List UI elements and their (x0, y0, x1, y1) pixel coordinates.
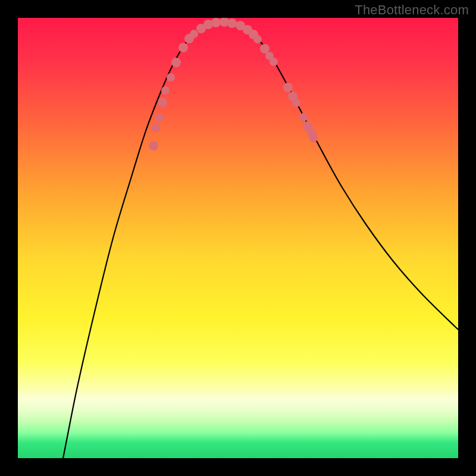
attribution-text: TheBottleneck.com (355, 2, 469, 18)
data-point (152, 124, 160, 132)
plot-area (18, 18, 458, 458)
data-point (292, 99, 300, 107)
data-point (190, 30, 198, 38)
data-point (309, 134, 318, 142)
chart-frame: TheBottleneck.com (0, 0, 476, 476)
data-point (167, 73, 175, 82)
bottleneck-curve (61, 21, 458, 458)
data-point (155, 114, 164, 122)
data-point (299, 113, 308, 121)
curve-layer (18, 18, 458, 458)
data-point (171, 58, 181, 67)
data-point (178, 43, 188, 52)
data-point (253, 35, 262, 43)
data-point (161, 86, 170, 95)
data-point (211, 18, 221, 27)
data-point (283, 83, 293, 92)
data-point (227, 18, 237, 28)
data-point (149, 141, 158, 151)
data-point (158, 98, 167, 107)
scatter-dots (149, 18, 318, 151)
data-point (270, 58, 278, 66)
